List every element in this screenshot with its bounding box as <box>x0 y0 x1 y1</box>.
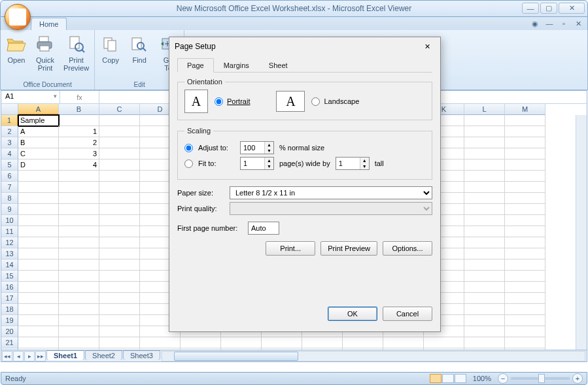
row-header[interactable]: 11 <box>1 226 18 237</box>
maximize-button[interactable]: ▢ <box>540 3 557 14</box>
cell[interactable] <box>302 337 343 348</box>
cell[interactable]: 4 <box>59 159 99 171</box>
row-header[interactable]: 5 <box>1 159 18 171</box>
column-header[interactable]: B <box>59 104 99 115</box>
tab-nav-prev[interactable]: ◂ <box>13 351 24 361</box>
cell[interactable] <box>18 259 59 271</box>
view-normal-button[interactable] <box>430 374 441 383</box>
portrait-radio[interactable] <box>215 97 223 106</box>
cell[interactable] <box>18 237 59 248</box>
cell[interactable] <box>464 182 505 193</box>
row-header[interactable]: 4 <box>1 148 18 159</box>
cell[interactable] <box>464 193 505 204</box>
row-header[interactable]: 13 <box>1 248 18 259</box>
cell[interactable] <box>99 248 140 259</box>
paper-size-select[interactable]: Letter 8 1/2 x 11 in <box>230 186 432 199</box>
find-button[interactable]: Find <box>126 32 152 66</box>
cell[interactable] <box>221 337 262 348</box>
row-header[interactable]: 16 <box>1 282 18 293</box>
dialog-titlebar[interactable]: Page Setup ✕ <box>169 37 440 56</box>
cell[interactable] <box>18 248 59 259</box>
cell[interactable]: 2 <box>59 137 99 148</box>
cell[interactable] <box>505 126 545 137</box>
cell[interactable] <box>140 337 181 348</box>
zoom-slider[interactable] <box>511 377 570 380</box>
cell[interactable] <box>505 282 545 293</box>
dialog-close-button[interactable]: ✕ <box>419 41 435 52</box>
cell[interactable] <box>505 271 545 282</box>
row-header[interactable]: 19 <box>1 315 18 326</box>
cell[interactable] <box>464 204 505 215</box>
cell[interactable] <box>99 171 140 182</box>
cell[interactable] <box>505 193 545 204</box>
cancel-button[interactable]: Cancel <box>383 307 432 321</box>
cell[interactable] <box>505 293 545 304</box>
print-preview-button[interactable]: Print Preview <box>320 241 377 256</box>
cell[interactable] <box>505 182 545 193</box>
cell[interactable] <box>99 259 140 271</box>
cell[interactable] <box>505 248 545 259</box>
cell[interactable] <box>464 271 505 282</box>
horizontal-scrollbar[interactable] <box>162 351 585 361</box>
cell[interactable] <box>464 326 505 337</box>
cell[interactable]: 3 <box>59 148 99 159</box>
ribbon-restore-icon[interactable]: ▫ <box>559 18 569 29</box>
cell[interactable] <box>59 237 99 248</box>
cell[interactable] <box>18 304 59 315</box>
cell[interactable] <box>464 171 505 182</box>
cell[interactable] <box>18 204 59 215</box>
row-header[interactable]: 10 <box>1 215 18 226</box>
cell[interactable] <box>59 193 99 204</box>
tab-home[interactable]: Home <box>31 18 67 30</box>
row-header[interactable]: 14 <box>1 259 18 271</box>
sheet-tab[interactable]: Sheet1 <box>46 350 84 360</box>
row-header[interactable]: 21 <box>1 337 18 348</box>
cell[interactable] <box>59 282 99 293</box>
cell[interactable] <box>464 126 505 137</box>
cell[interactable] <box>181 337 221 348</box>
row-header[interactable]: 12 <box>1 237 18 248</box>
cell[interactable] <box>59 215 99 226</box>
cell[interactable] <box>464 304 505 315</box>
tab-nav-next[interactable]: ▸ <box>24 351 35 361</box>
row-header[interactable]: 8 <box>1 193 18 204</box>
cell[interactable] <box>18 193 59 204</box>
column-header[interactable]: L <box>464 104 505 115</box>
fit-height-spinner[interactable]: ▲▼ <box>336 157 370 170</box>
column-header[interactable]: M <box>505 104 545 115</box>
cell[interactable] <box>99 337 140 348</box>
cell[interactable] <box>505 226 545 237</box>
row-header[interactable]: 20 <box>1 326 18 337</box>
ok-button[interactable]: OK <box>328 307 377 321</box>
zoom-in-button[interactable]: + <box>572 373 583 384</box>
cell[interactable] <box>464 237 505 248</box>
row-header[interactable]: 9 <box>1 204 18 215</box>
cell[interactable]: D <box>18 159 59 171</box>
cell[interactable] <box>59 182 99 193</box>
cell[interactable] <box>18 315 59 326</box>
print-preview-button[interactable]: Print Preview <box>61 32 92 74</box>
cell[interactable] <box>59 259 99 271</box>
name-box[interactable]: A1 <box>1 91 60 103</box>
open-button[interactable]: Open <box>3 32 29 66</box>
cell[interactable] <box>505 137 545 148</box>
first-page-input[interactable] <box>248 222 279 235</box>
print-button[interactable]: Print... <box>266 241 315 256</box>
view-page-layout-button[interactable] <box>442 374 454 383</box>
cell[interactable] <box>18 215 59 226</box>
cell[interactable] <box>18 182 59 193</box>
cell[interactable] <box>424 337 464 348</box>
cell[interactable] <box>99 293 140 304</box>
cell[interactable] <box>99 326 140 337</box>
quick-print-button[interactable]: Quick Print <box>32 32 58 74</box>
cell[interactable] <box>99 126 140 137</box>
cell[interactable] <box>99 282 140 293</box>
options-button[interactable]: Options... <box>383 241 432 256</box>
cell[interactable]: B <box>18 137 59 148</box>
row-header[interactable]: 1 <box>1 115 18 126</box>
cell[interactable] <box>505 259 545 271</box>
cell[interactable] <box>99 204 140 215</box>
cell[interactable] <box>59 248 99 259</box>
cell[interactable] <box>59 337 99 348</box>
cell[interactable] <box>18 337 59 348</box>
